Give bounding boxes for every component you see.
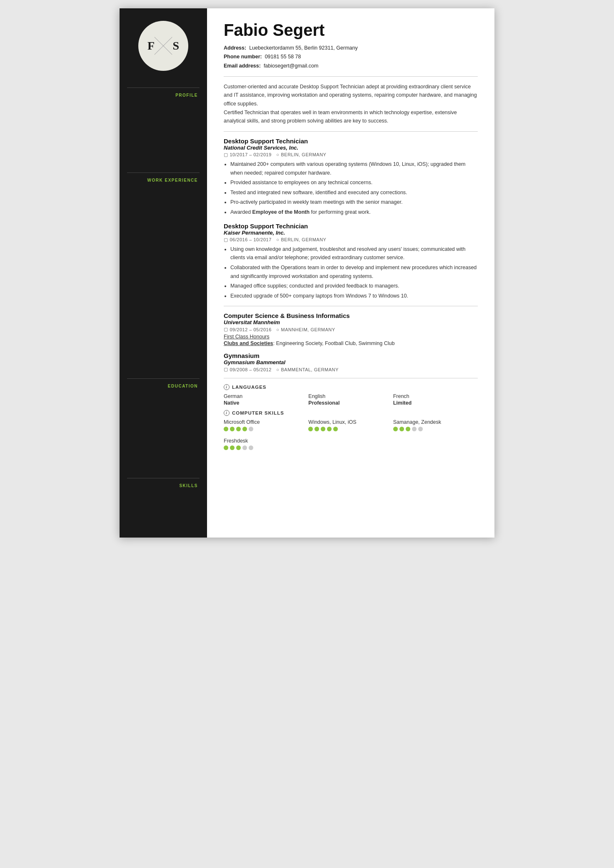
edu2-location: BAMMENTAL, GERMANY: [281, 367, 338, 372]
lang-name-2: French: [393, 393, 478, 399]
dot: [399, 427, 404, 431]
location-icon-4: ○: [276, 367, 279, 372]
list-item: Executed upgrade of 500+ company laptops…: [230, 292, 478, 300]
calendar-icon-1: ▢: [224, 152, 228, 158]
computer-skills-row1: Microsoft Office Windows, Linux, iOS: [224, 419, 478, 435]
languages-title: LANGUAGES: [232, 385, 266, 390]
comp-dots-3: [224, 445, 478, 450]
email-value: fabiosegert@gmail.com: [264, 63, 319, 69]
sidebar-label-education: EDUCATION: [127, 384, 200, 388]
dot: [418, 427, 423, 431]
divider-after-profile: [224, 131, 478, 132]
location-icon-2: ○: [276, 237, 279, 242]
sidebar-section-profile: PROFILE: [120, 88, 207, 98]
list-item: Collaborated with the Operations team in…: [230, 263, 478, 280]
comp-name-3: Freshdesk: [224, 438, 478, 444]
edu2-school: Gymnasium Bammental: [224, 359, 478, 365]
sidebar-divider-profile: [127, 88, 200, 88]
dot: [327, 427, 332, 431]
list-item: Pro-actively participated in weekly team…: [230, 198, 478, 207]
list-item: Provided assistance to employees on any …: [230, 178, 478, 187]
job2-meta: ▢ 06/2016 – 10/2017 ○ BERLIN, GERMANY: [224, 237, 478, 243]
list-item: Awarded Employee of the Month for perfor…: [230, 208, 478, 217]
skills-section: i LANGUAGES German Native English Profes…: [224, 384, 478, 450]
sidebar: F S PROFILE WORK EXPERIENCE EDUCATION SK…: [120, 8, 207, 538]
comp-skill-1: Windows, Linux, iOS: [308, 419, 393, 431]
dot: [333, 427, 338, 431]
comp-dots-1: [308, 427, 393, 431]
avatar-initials: F S: [138, 21, 188, 71]
comp-name-2: Samanage, Zendesk: [393, 419, 478, 425]
sidebar-divider-education: [127, 378, 200, 379]
dot: [249, 427, 253, 431]
dot: [242, 445, 247, 450]
computer-title-block: i COMPUTER SKILLS: [224, 410, 478, 416]
list-item: Tested and integrated new software, iden…: [230, 188, 478, 197]
dot: [412, 427, 417, 431]
initial-f: F: [147, 39, 155, 53]
lang-level-2: Limited: [393, 400, 478, 406]
job2-location: BERLIN, GERMANY: [281, 237, 326, 242]
computer-title: COMPUTER SKILLS: [232, 410, 284, 415]
job1-date: 10/2017 – 02/2019: [230, 152, 272, 157]
sidebar-label-skills: SKILLS: [127, 483, 200, 488]
lang-name-1: English: [308, 393, 393, 399]
language-english: English Professional: [308, 393, 393, 406]
divider-after-header: [224, 76, 478, 77]
job2-company: Kaiser Permanente, Inc.: [224, 230, 478, 236]
sidebar-divider-work: [127, 173, 200, 173]
dot: [242, 427, 247, 431]
edu1-meta: ▢ 09/2012 – 05/2016 ○ MANNHEIM, GERMANY: [224, 327, 478, 332]
comp-name-1: Windows, Linux, iOS: [308, 419, 393, 425]
job1-meta: ▢ 10/2017 – 02/2019 ○ BERLIN, GERMANY: [224, 152, 478, 158]
computer-skills-row2: Freshdesk: [224, 438, 478, 450]
divider-after-work: [224, 306, 478, 306]
dot: [314, 427, 319, 431]
dot: [249, 445, 253, 450]
dot: [406, 427, 410, 431]
avatar: F S: [138, 21, 188, 71]
resume-container: F S PROFILE WORK EXPERIENCE EDUCATION SK…: [120, 8, 494, 538]
list-item: Managed office supplies; conducted and p…: [230, 282, 478, 290]
calendar-icon-4: ▢: [224, 367, 228, 372]
address-value: Luebeckertordamm 55, Berlin 92311, Germa…: [249, 45, 358, 51]
edu2-date: 09/2008 – 05/2012: [230, 367, 272, 372]
dot: [393, 427, 398, 431]
dot: [236, 427, 241, 431]
info-icon-languages: i: [224, 384, 230, 390]
calendar-icon-2: ▢: [224, 237, 228, 243]
lang-name-0: German: [224, 393, 308, 399]
lang-level-0: Native: [224, 400, 308, 406]
profile-section: Customer-oriented and accurate Desktop S…: [224, 83, 478, 125]
edu1-clubs: Clubs and Societies: Engineering Society…: [224, 340, 478, 346]
sidebar-section-education: EDUCATION: [120, 378, 207, 388]
edu1-date: 09/2012 – 05/2016: [230, 327, 272, 332]
clubs-label: Clubs and Societies: [224, 340, 273, 346]
languages-title-block: i LANGUAGES: [224, 384, 478, 390]
comp-dots-0: [224, 427, 308, 431]
initial-s: S: [172, 39, 179, 53]
edu1-school: Universitat Mannheim: [224, 319, 478, 325]
info-icon-computer: i: [224, 410, 230, 416]
work-experience-section: Desktop Support Technician National Cred…: [224, 138, 478, 300]
edu1-honor: First Class Honours: [224, 334, 478, 340]
language-german: German Native: [224, 393, 308, 406]
edu1-location: MANNHEIM, GERMANY: [281, 327, 335, 332]
job-1: Desktop Support Technician National Cred…: [224, 138, 478, 217]
location-icon-3: ○: [276, 327, 279, 332]
phone-value: 09181 55 58 78: [265, 54, 301, 60]
dot: [224, 445, 228, 450]
list-item: Maintained 200+ computers with various o…: [230, 160, 478, 177]
edu-1: Computer Science & Business Informatics …: [224, 312, 478, 346]
main-content: Fabio Segert Address: Luebeckertordamm 5…: [207, 8, 494, 538]
phone-label: Phone number:: [224, 54, 262, 60]
calendar-icon-3: ▢: [224, 327, 228, 332]
profile-text: Customer-oriented and accurate Desktop S…: [224, 83, 478, 125]
education-section: Computer Science & Business Informatics …: [224, 312, 478, 372]
sidebar-divider-skills: [127, 478, 200, 478]
comp-name-0: Microsoft Office: [224, 419, 308, 425]
candidate-name: Fabio Segert: [224, 21, 478, 40]
dot: [230, 445, 235, 450]
languages-grid: German Native English Professional Frenc…: [224, 393, 478, 406]
location-icon-1: ○: [276, 152, 279, 157]
